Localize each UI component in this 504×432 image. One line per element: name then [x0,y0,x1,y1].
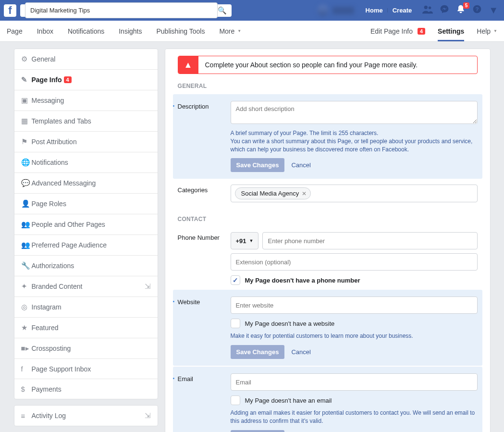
no-website-label: My Page doesn't have a website [245,320,335,327]
sidebar-item-branded-content[interactable]: ✦Branded Content⇲ [14,276,158,297]
list-icon: ≡ [21,412,32,420]
external-icon: ⇲ [145,411,151,420]
sidebar-activity-log[interactable]: ≡ Activity Log ⇲ [14,406,158,426]
subnav-help[interactable]: Help▼ [477,27,497,35]
subnav-notifications[interactable]: Notifications [68,27,104,35]
user-name-blur[interactable] [332,7,354,14]
sidebar-icon: ⚙ [21,55,32,63]
sidebar-item-notifications[interactable]: 🌐Notifications [14,152,158,173]
alert-text: Complete your About section so people ca… [198,56,425,74]
save-button[interactable]: Save Changes [231,345,285,359]
no-phone-label: My Page doesn't have a phone number [245,277,360,284]
search-input[interactable] [25,2,218,18]
field-description: Description A brief summary of your Page… [173,94,482,179]
notifications-icon[interactable]: 5 [456,4,466,16]
chip-remove-icon[interactable]: ✕ [302,190,307,197]
sidebar-icon: ▣ [21,96,32,105]
nav-create[interactable]: Create [388,7,417,14]
desc-help: A brief summary of your Page. The limit … [231,129,478,153]
fb-logo[interactable]: f [4,4,16,17]
subnav-insights[interactable]: Insights [119,27,142,35]
warning-icon: ▲ [178,56,198,74]
no-website-checkbox[interactable] [231,319,240,328]
email-input[interactable] [231,373,478,391]
sidebar-icon: ◎ [21,303,32,311]
sidebar-item-label: Instagram [32,303,61,311]
subnav-edit-page-info[interactable]: Edit Page Info4 [370,27,425,35]
sidebar-item-general[interactable]: ⚙General [14,49,158,70]
categories-input[interactable]: Social Media Agency ✕ [231,185,478,202]
sidebar-item-label: Preferred Page Audience [32,241,107,249]
no-email-label: My Page doesn't have an email [245,397,332,404]
sidebar-item-page-roles[interactable]: 👤Page Roles [14,194,158,214]
sidebar-icon: ▦ [21,117,32,125]
website-input[interactable] [231,296,478,314]
account-dropdown-icon[interactable]: ▼ [489,5,498,16]
sidebar-item-preferred-page-audience[interactable]: 👥Preferred Page Audience [14,235,158,256]
sidebar-item-people-and-other-pages[interactable]: 👥People and Other Pages [14,214,158,235]
subnav-page[interactable]: Page [7,27,23,35]
sidebar-icon: ■▸ [21,344,32,353]
sidebar: ⚙General✎Page Info4▣Messaging▦Templates … [14,49,158,432]
sidebar-item-payments[interactable]: $Payments [14,379,158,399]
sidebar-item-page-info[interactable]: ✎Page Info4 [14,70,158,90]
section-general: GENERAL [178,83,478,89]
main-panel: ▲ Complete your About section so people … [165,49,491,432]
sidebar-item-instagram[interactable]: ◎Instagram [14,297,158,318]
sidebar-icon: 👥 [21,220,32,229]
notif-badge: 5 [463,2,470,9]
friend-requests-icon[interactable] [422,4,433,16]
sidebar-item-label: Authorizations [32,262,74,270]
cancel-button[interactable]: Cancel [291,348,310,356]
sidebar-item-featured[interactable]: ★Featured [14,318,158,338]
label-phone: Phone Number [178,232,224,285]
help-icon[interactable]: ? [472,4,482,16]
top-bar: f 🔍 Home Create 5 ? ▼ [0,0,504,21]
subnav-more[interactable]: More▼ [219,27,241,35]
sidebar-icon: f [21,365,32,373]
phone-input[interactable] [262,232,477,249]
svg-point-1 [429,7,431,10]
sidebar-item-label: Page Roles [32,200,66,208]
sidebar-item-label: Templates and Tabs [32,117,91,125]
messenger-icon[interactable] [440,4,449,16]
sidebar-icon: ★ [21,323,32,332]
search-box[interactable]: 🔍 [20,4,232,17]
subnav-settings[interactable]: Settings [438,27,464,35]
sidebar-item-label: Messaging [32,97,64,104]
sidebar-item-label: General [32,55,56,63]
avatar[interactable] [317,5,329,16]
no-email-checkbox[interactable] [231,395,240,405]
external-icon: ⇲ [145,282,151,291]
sidebar-item-crossposting[interactable]: ■▸Crossposting [14,338,158,359]
subnav-publishing[interactable]: Publishing Tools [156,27,205,35]
sidebar-item-label: Notifications [32,159,68,166]
sidebar-item-authorizations[interactable]: 🔧Authorizations [14,256,158,276]
sidebar-icon: ⚑ [21,137,32,146]
svg-text:?: ? [476,6,479,12]
sidebar-icon: 💬 [21,179,32,187]
save-button[interactable]: Save Changes [231,158,285,172]
website-help: Make it easy for potential customers to … [231,332,478,340]
sidebar-icon: 👤 [21,199,32,208]
sidebar-badge: 4 [64,76,72,83]
country-code-select[interactable]: +91▼ [231,232,259,249]
extension-input[interactable] [231,253,478,271]
sidebar-item-messaging[interactable]: ▣Messaging [14,90,158,111]
sidebar-icon: 🔧 [21,261,32,270]
sidebar-item-page-support-inbox[interactable]: fPage Support Inbox [14,359,158,379]
label-categories: Categories [178,185,224,202]
nav-home[interactable]: Home [361,7,388,14]
cancel-button[interactable]: Cancel [291,161,310,169]
sidebar-item-post-attribution[interactable]: ⚑Post Attribution [14,132,158,152]
sidebar-item-templates-and-tabs[interactable]: ▦Templates and Tabs [14,111,158,132]
field-categories: Categories Social Media Agency ✕ [178,180,478,207]
sidebar-item-advanced-messaging[interactable]: 💬Advanced Messaging [14,173,158,194]
description-input[interactable] [231,101,478,124]
save-button[interactable]: Save Changes [231,430,285,432]
subnav-inbox[interactable]: Inbox [37,27,53,35]
search-icon[interactable]: 🔍 [218,6,227,15]
svg-point-0 [424,6,428,9]
sidebar-item-label: Featured [32,324,59,332]
no-phone-checkbox[interactable]: ✓ [231,275,240,285]
